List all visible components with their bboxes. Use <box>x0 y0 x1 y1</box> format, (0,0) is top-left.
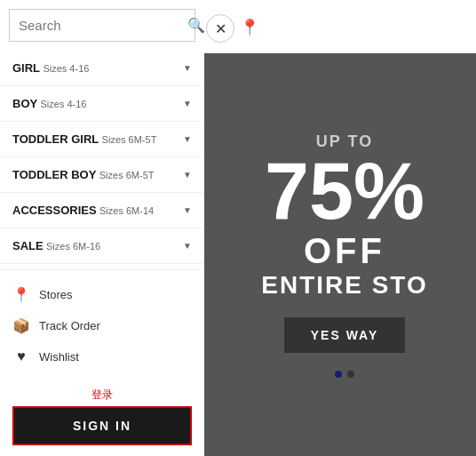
signin-button[interactable]: SIGN IN <box>12 406 192 445</box>
nav-list: GIRL Sizes 4-16 ▼ BOY Sizes 4-16 ▼ TODDL… <box>0 51 204 269</box>
hero-dot-1[interactable] <box>335 371 342 378</box>
nav-arrow-5: ▼ <box>183 241 192 251</box>
nav-item-5[interactable]: SALE Sizes 6M-16 ▼ <box>0 228 204 264</box>
nav-item-1[interactable]: BOY Sizes 4-16 ▼ <box>0 86 204 122</box>
nav-arrow-1: ▼ <box>183 99 192 108</box>
nav-arrow-3: ▼ <box>183 170 192 180</box>
nav-arrow-0: ▼ <box>183 63 192 73</box>
hero-content: UP TO 75% OFF ENTIRE STO YES WAY <box>213 53 476 456</box>
util-icon-0: 📍 <box>12 286 30 303</box>
util-label-2: Wishlist <box>39 350 79 364</box>
util-item-2[interactable]: ♥ Wishlist <box>0 341 204 372</box>
nav-arrow-4: ▼ <box>183 205 192 215</box>
hero-store: ENTIRE STO <box>261 271 428 300</box>
nav-item-label-2: TODDLER GIRL Sizes 6M-5T <box>12 132 156 146</box>
search-input[interactable] <box>19 18 187 33</box>
hero-dot-2[interactable] <box>347 371 354 378</box>
signin-label: 登录 <box>12 388 192 403</box>
nav-item-label-4: ACCESSORIES Sizes 6M-14 <box>12 204 154 217</box>
nav-item-3[interactable]: TODDLER BOY Sizes 6M-5T ▼ <box>0 157 204 193</box>
util-label-0: Stores <box>39 288 73 301</box>
nav-item-label-1: BOY Sizes 4-16 <box>12 97 87 110</box>
nav-item-label-5: SALE Sizes 6M-16 <box>12 239 100 252</box>
nav-item-label-3: TODDLER BOY Sizes 6M-5T <box>12 168 154 181</box>
nav-item-0[interactable]: GIRL Sizes 4-16 ▼ <box>0 51 204 86</box>
search-bar: 🔍 <box>9 9 195 42</box>
close-button[interactable]: ✕ <box>206 14 234 43</box>
close-icon: ✕ <box>215 20 226 37</box>
nav-item-2[interactable]: TODDLER GIRL Sizes 6M-5T ▼ <box>0 122 204 157</box>
hero-dots <box>335 371 354 378</box>
util-item-0[interactable]: 📍 Stores <box>0 279 204 310</box>
hero-off: OFF <box>304 231 385 271</box>
util-item-1[interactable]: 📦 Track Order <box>0 310 204 341</box>
nav-arrow-2: ▼ <box>183 134 192 144</box>
util-icon-1: 📦 <box>12 317 30 334</box>
sidebar: 🔍 GIRL Sizes 4-16 ▼ BOY Sizes 4-16 ▼ TOD… <box>0 0 204 456</box>
hero-percent: 75% <box>265 151 424 231</box>
util-list: 📍 Stores 📦 Track Order ♥ Wishlist <box>0 269 204 380</box>
hero-cta-button[interactable]: YES WAY <box>284 317 406 353</box>
util-icon-2: ♥ <box>12 348 30 364</box>
location-icon[interactable]: 📍 <box>240 18 259 37</box>
nav-item-label-0: GIRL Sizes 4-16 <box>12 61 89 75</box>
nav-item-4[interactable]: ACCESSORIES Sizes 6M-14 ▼ <box>0 193 204 228</box>
util-label-1: Track Order <box>39 319 100 332</box>
search-icon[interactable]: 🔍 <box>187 17 204 34</box>
signin-area: 登录 SIGN IN <box>0 380 204 456</box>
